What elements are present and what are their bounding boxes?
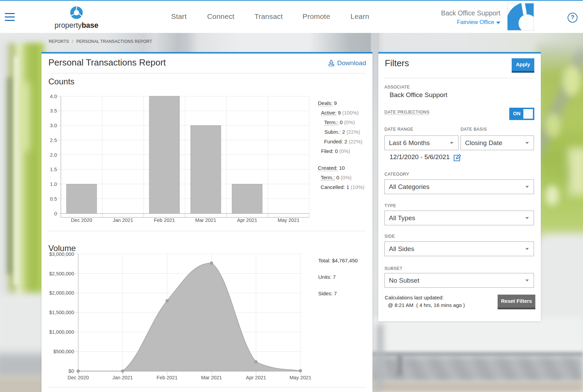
- svg-text:Mar 2021: Mar 2021: [195, 217, 216, 223]
- svg-text:$2,000,000: $2,000,000: [49, 290, 74, 296]
- svg-text:2.0: 2.0: [50, 152, 57, 157]
- svg-text:Jan 2021: Jan 2021: [112, 375, 133, 380]
- svg-text:Jan 2021: Jan 2021: [113, 217, 133, 223]
- svg-text:Dec 2020: Dec 2020: [71, 217, 92, 223]
- svg-text:Mar 2021: Mar 2021: [201, 375, 222, 380]
- svg-text:Apr 2021: Apr 2021: [237, 217, 257, 223]
- svg-text:Feb 2021: Feb 2021: [157, 375, 178, 380]
- svg-text:Apr 2021: Apr 2021: [246, 375, 266, 380]
- svg-text:1.0: 1.0: [50, 181, 57, 187]
- svg-text:1.5: 1.5: [50, 167, 57, 172]
- svg-text:$1,000,000: $1,000,000: [49, 329, 74, 335]
- svg-text:$3,000,000: $3,000,000: [49, 251, 74, 257]
- svg-text:Feb 2021: Feb 2021: [154, 217, 175, 223]
- svg-text:0.5: 0.5: [50, 196, 57, 201]
- svg-text:3.5: 3.5: [50, 108, 57, 114]
- svg-text:May 2021: May 2021: [289, 375, 311, 380]
- svg-text:May 2021: May 2021: [278, 217, 300, 223]
- svg-text:Dec 2020: Dec 2020: [68, 375, 89, 380]
- svg-text:$2,500,000: $2,500,000: [49, 271, 74, 276]
- svg-text:0: 0: [54, 211, 57, 216]
- svg-text:4.0: 4.0: [50, 93, 57, 99]
- svg-text:$500,000: $500,000: [53, 349, 74, 354]
- svg-text:$0: $0: [69, 368, 74, 374]
- svg-text:3.0: 3.0: [50, 123, 57, 128]
- svg-text:2.5: 2.5: [50, 137, 57, 143]
- svg-text:$1,500,000: $1,500,000: [49, 310, 74, 315]
